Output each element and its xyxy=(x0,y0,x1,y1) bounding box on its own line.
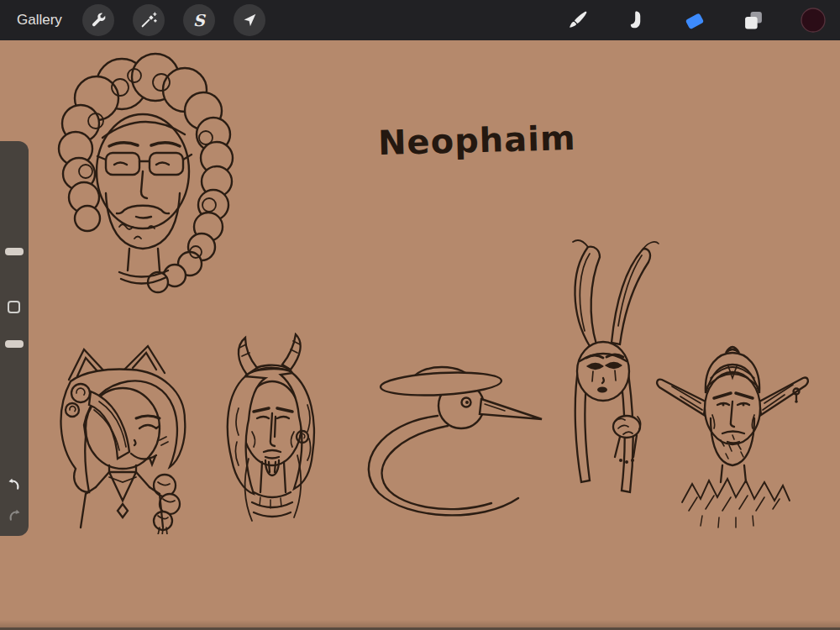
canvas-title-text: Neophaim xyxy=(377,118,576,162)
eraser-tool-button[interactable] xyxy=(682,8,707,33)
right-tool-group xyxy=(566,7,827,34)
opacity-slider[interactable] xyxy=(5,340,24,348)
sketch-elf-man xyxy=(652,329,813,531)
sketch-cat-eared-girl xyxy=(35,343,199,534)
sketch-heron-wearing-hat xyxy=(340,349,546,523)
magic-wand-icon xyxy=(139,11,158,29)
top-toolbar: Gallery S xyxy=(0,0,840,40)
eraser-icon xyxy=(682,8,707,33)
brush-size-slider[interactable] xyxy=(5,248,24,255)
layers-icon xyxy=(742,8,765,32)
redo-icon xyxy=(5,507,24,526)
paintbrush-icon xyxy=(566,8,590,32)
color-swatch xyxy=(800,7,827,34)
gallery-button[interactable]: Gallery xyxy=(17,12,62,29)
sketch-curly-haired-man-portrait xyxy=(34,44,244,296)
undo-button[interactable] xyxy=(5,476,24,497)
layers-button[interactable] xyxy=(742,8,765,32)
wrench-icon xyxy=(89,11,108,29)
selection-button[interactable]: S xyxy=(183,4,215,36)
smudge-tool-button[interactable] xyxy=(624,8,648,32)
adjustments-button[interactable] xyxy=(133,4,165,36)
actions-button[interactable] xyxy=(82,4,114,36)
redo-button[interactable] xyxy=(5,507,24,528)
selection-s-icon: S xyxy=(193,13,205,29)
paint-tool-button[interactable] xyxy=(566,8,590,32)
sketch-rabbit-eared-viera xyxy=(539,237,667,531)
left-tool-group: S xyxy=(82,4,265,36)
smudge-finger-icon xyxy=(624,8,648,32)
drawing-canvas[interactable]: Neophaim xyxy=(0,40,840,630)
sketch-horned-man xyxy=(200,333,344,531)
modify-button[interactable] xyxy=(8,301,20,313)
transform-arrow-icon xyxy=(240,11,259,29)
transform-button[interactable] xyxy=(234,4,265,36)
color-button[interactable] xyxy=(800,7,827,34)
sidebar-controls xyxy=(0,141,29,536)
undo-icon xyxy=(5,476,24,495)
